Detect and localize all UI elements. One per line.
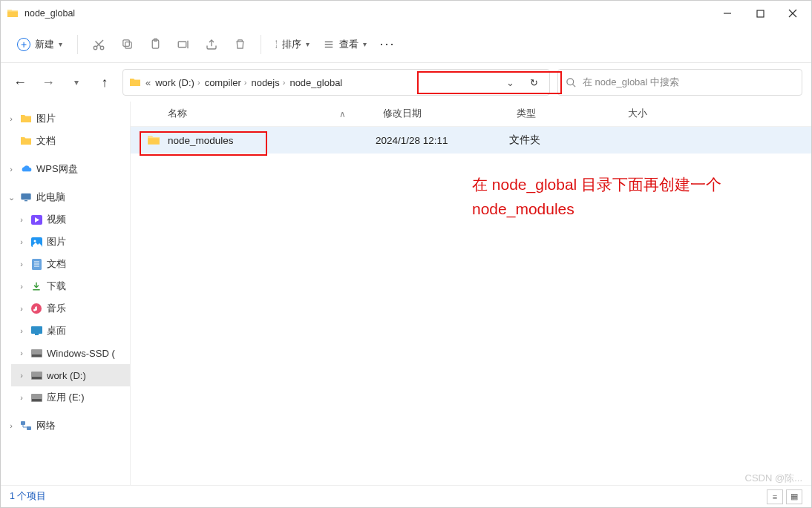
address-bar[interactable]: « work (D:)› compiler› nodejs› node_glob… [122, 69, 550, 96]
search-icon [566, 77, 577, 88]
delete-button[interactable] [226, 31, 253, 58]
svg-rect-36 [32, 377, 42, 379]
content-pane: 名称∧ 修改日期 类型 大小 node_modules 2024/1/28 12… [131, 102, 811, 485]
minimize-button[interactable] [721, 7, 734, 20]
sidebar-item[interactable]: ›应用 (E:) [11, 386, 130, 409]
column-date[interactable]: 修改日期 [376, 108, 509, 120]
sidebar-item-work-d[interactable]: ›work (D:) [11, 364, 130, 386]
share-button[interactable] [198, 31, 225, 58]
network-icon [20, 420, 32, 432]
thumbnails-view-button[interactable]: ▦ [786, 489, 802, 504]
file-name: node_modules [168, 135, 234, 146]
view-label: 查看 [339, 38, 358, 51]
column-size[interactable]: 大小 [621, 108, 695, 120]
sidebar-item-pc[interactable]: ⌄此电脑 [1, 186, 130, 208]
refresh-button[interactable]: ↻ [524, 77, 543, 88]
folder-icon [147, 134, 160, 146]
file-date: 2024/1/28 12:11 [376, 135, 509, 146]
sidebar-item[interactable]: ›文档 [11, 253, 130, 275]
status-bar: 1 个项目 ≡ ▦ [1, 485, 811, 507]
column-name[interactable]: 名称∧ [131, 108, 376, 120]
maximize-button[interactable] [753, 7, 767, 20]
svg-rect-1 [757, 10, 764, 17]
search-placeholder: 在 node_global 中搜索 [583, 76, 679, 89]
chevron-right-icon: › [244, 78, 247, 87]
download-icon [30, 280, 42, 292]
sidebar-item[interactable]: 文档 [1, 130, 130, 152]
desktop-icon [30, 325, 42, 337]
expand-icon: › [7, 421, 16, 430]
folder-icon [129, 76, 141, 88]
svg-rect-32 [35, 334, 39, 335]
picture-icon [30, 236, 42, 248]
document-icon [30, 258, 42, 270]
new-label: 新建 [35, 38, 54, 51]
table-row[interactable]: node_modules 2024/1/28 12:11 文件夹 [131, 127, 811, 154]
music-icon [30, 303, 42, 314]
annotation-text: 在 node_global 目录下面再创建一个 node_modules [472, 173, 721, 221]
sidebar-item-network[interactable]: ›网络 [1, 415, 130, 437]
forward-button[interactable]: → [38, 72, 59, 93]
svg-rect-9 [122, 40, 129, 47]
folder-icon [20, 135, 32, 147]
plus-icon: + [17, 38, 30, 51]
collapse-icon: ⌄ [7, 193, 16, 202]
cloud-icon [20, 163, 32, 175]
cut-button[interactable] [85, 31, 112, 58]
back-button[interactable]: ← [10, 72, 30, 93]
sidebar-item[interactable]: ›视频 [11, 208, 130, 231]
sidebar-item[interactable]: ›图片 [1, 108, 130, 130]
new-button[interactable]: + 新建 ▾ [10, 33, 70, 56]
sidebar-item[interactable]: ›图片 [11, 231, 130, 253]
sort-icon: ↑↓ [275, 40, 278, 49]
separator [261, 35, 261, 54]
view-button[interactable]: 查看 ▾ [317, 33, 373, 56]
chevron-down-icon: ▾ [59, 40, 62, 48]
svg-rect-39 [21, 421, 25, 425]
folder-icon [7, 7, 19, 19]
close-button[interactable] [786, 7, 799, 20]
svg-rect-31 [31, 326, 42, 334]
chevron-right-icon: › [283, 78, 286, 87]
address-dropdown[interactable]: ⌄ [500, 77, 520, 88]
column-headers: 名称∧ 修改日期 类型 大小 [131, 102, 811, 127]
drive-icon [30, 392, 42, 403]
drive-icon [30, 369, 42, 381]
file-type: 文件夹 [509, 133, 621, 147]
copy-button[interactable] [114, 31, 140, 58]
folder-icon [20, 113, 32, 125]
sidebar-item[interactable]: ›下载 [11, 275, 130, 297]
recent-dropdown[interactable]: ▾ [66, 72, 87, 93]
paste-button[interactable] [142, 31, 168, 58]
view-icon [323, 39, 335, 50]
breadcrumb-item[interactable]: work (D:)› [155, 77, 200, 88]
breadcrumb-item[interactable]: node_global [289, 77, 342, 88]
sort-label: 排序 [282, 38, 301, 51]
more-button[interactable]: ··· [374, 31, 401, 58]
monitor-icon [20, 191, 32, 203]
separator [77, 35, 78, 54]
breadcrumb-item[interactable]: nodejs› [251, 77, 285, 88]
svg-rect-21 [24, 200, 27, 201]
sidebar-item[interactable]: ›音乐 [11, 297, 130, 320]
rename-button[interactable] [170, 31, 197, 58]
details-view-button[interactable]: ≡ [767, 489, 783, 504]
svg-line-19 [572, 84, 575, 87]
video-icon [30, 214, 42, 225]
svg-rect-20 [21, 194, 30, 200]
breadcrumb-item[interactable]: compiler› [205, 77, 247, 88]
svg-point-25 [33, 240, 36, 242]
column-type[interactable]: 类型 [509, 108, 621, 120]
breadcrumb-overflow: « [145, 77, 151, 88]
item-count: 1 个项目 [10, 490, 46, 503]
search-input[interactable]: 在 node_global 中搜索 [557, 69, 802, 96]
sidebar-item[interactable]: ›Windows-SSD ( [11, 342, 130, 364]
sort-button[interactable]: ↑↓ 排序 ▾ [269, 33, 315, 56]
up-button[interactable]: ↑ [94, 72, 115, 93]
sidebar-item-wps[interactable]: ›WPS网盘 [1, 158, 130, 180]
expand-icon: › [7, 165, 16, 174]
expand-icon: › [7, 114, 16, 123]
sidebar-item[interactable]: ›桌面 [11, 320, 130, 342]
svg-rect-34 [32, 354, 42, 357]
svg-rect-12 [178, 42, 186, 47]
